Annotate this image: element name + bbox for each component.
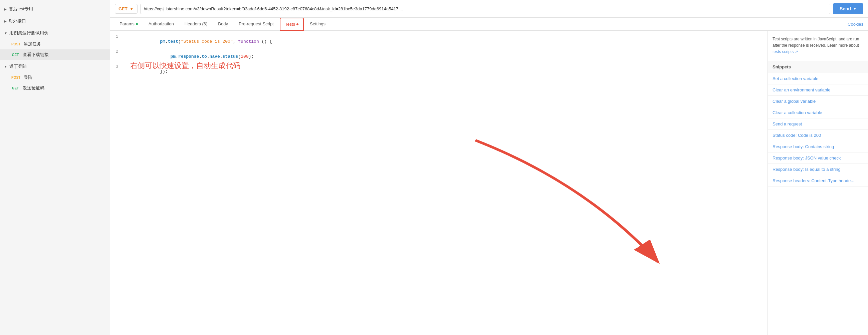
tab-authorization[interactable]: Authorization [144,18,179,30]
method-badge-get-2: GET [10,86,21,91]
tab-headers[interactable]: Headers (6) [180,18,212,30]
tab-settings-label: Settings [310,21,326,26]
snippet-item-2[interactable]: Clear a global variable [768,96,868,107]
arrow-icon-3: ▼ [4,31,7,35]
arrow-icon: ▶ [4,7,7,11]
method-badge-post: POST [10,42,22,46]
method-chevron-icon: ▼ [129,6,134,11]
cookies-label: Cookies [848,22,863,27]
tab-params[interactable]: Params [115,18,143,30]
sidebar-item-add-task[interactable]: POST 添加任务 [0,39,110,49]
snippet-item-5[interactable]: Status code: Code is 200 [768,130,868,141]
sidebar-group-header-1[interactable]: ▶ 售后test专用 [0,3,110,15]
sidebar: ▶ 售后test专用 ▶ 对外接口 ▼ 用例集运行测试用例 POST 添加任务 … [0,0,110,335]
tab-prerequest[interactable]: Pre-request Script [234,18,278,30]
tests-dot [297,23,299,25]
method-label: GET [119,6,127,11]
method-badge-get: GET [10,53,21,57]
snippet-item-7[interactable]: Response body: JSON value check [768,153,868,164]
tab-tests-label: Tests [285,22,295,27]
code-editor[interactable]: 1 pm.test("Status code is 200", function… [110,31,768,335]
main-panel: GET ▼ Send ▼ Params Authorization Header… [110,0,868,335]
sidebar-item-label-send-code: 发送验证码 [23,85,44,91]
tab-settings[interactable]: Settings [305,18,330,30]
annotation-text: 右侧可以快速设置，自动生成代码 [130,61,240,71]
content-area: 1 pm.test("Status code is 200", function… [110,31,868,335]
sidebar-group-label-4: 道丁登陆 [9,63,27,69]
right-info-text: Test scripts are written in JavaScript, … [773,37,859,48]
tabs-bar: Params Authorization Headers (6) Body Pr… [110,18,868,31]
sidebar-group-2: ▶ 对外接口 [0,15,110,27]
snippet-item-0[interactable]: Set a collection variable [768,73,868,85]
send-label: Send [840,6,851,11]
snippet-item-9[interactable]: Response headers: Content-Type heade... [768,175,868,187]
sidebar-group-header-2[interactable]: ▶ 对外接口 [0,15,110,27]
tab-headers-label: Headers (6) [185,21,208,26]
sidebar-item-send-code[interactable]: GET 发送验证码 [0,83,110,93]
code-container: 1 pm.test("Status code is 200", function… [110,31,768,131]
sidebar-item-login[interactable]: POST 登陆 [0,72,110,83]
arrow-icon-2: ▶ [4,19,7,23]
line-content-1: pm.test("Status code is 200", function (… [124,34,768,49]
sidebar-group-4: ▼ 道丁登陆 POST 登陆 GET 发送验证码 [0,61,110,93]
line-number-3: 3 [110,64,124,69]
sidebar-item-label-login: 登陆 [24,74,32,80]
tab-authorization-label: Authorization [149,21,174,26]
snippets-header: Snippets [768,61,868,73]
method-badge-post-2: POST [10,75,22,80]
sidebar-group-header-4[interactable]: ▼ 道丁登陆 [0,61,110,72]
right-info: Test scripts are written in JavaScript, … [768,31,868,61]
editor-wrapper: 1 pm.test("Status code is 200", function… [110,31,768,335]
snippet-item-3[interactable]: Clear a collection variable [768,107,868,119]
sidebar-group-1: ▶ 售后test专用 [0,3,110,15]
sidebar-group-label-2: 对外接口 [9,18,26,24]
sidebar-group-label-3: 用例集运行测试用例 [9,30,49,36]
cookies-link[interactable]: Cookies [848,22,863,27]
url-bar: GET ▼ Send ▼ [110,0,868,18]
snippets-panel: Snippets Set a collection variable Clear… [768,61,868,335]
sidebar-item-label-download-link: 查看下载链接 [23,52,49,58]
snippet-item-4[interactable]: Send a request [768,119,868,130]
snippet-item-6[interactable]: Response body: Contains string [768,141,868,153]
sidebar-item-label-add-task: 添加任务 [24,41,41,47]
right-panel: Test scripts are written in JavaScript, … [768,31,868,335]
params-dot [136,23,138,25]
tab-prerequest-label: Pre-request Script [239,21,274,26]
send-button[interactable]: Send ▼ [833,3,863,14]
arrow-icon-4: ▼ [4,65,7,68]
tab-tests[interactable]: Tests [280,18,304,31]
sidebar-item-download-link[interactable]: GET 查看下载链接 [0,49,110,60]
send-chevron-icon: ▼ [853,7,857,11]
sidebar-group-label-1: 售后test专用 [9,6,33,12]
method-select[interactable]: GET ▼ [115,4,137,14]
snippet-item-1[interactable]: Clear an environment variable [768,85,868,96]
line-number-1: 1 [110,34,124,39]
tab-params-label: Params [120,21,134,26]
tab-body-label: Body [218,21,228,26]
code-line-1: 1 pm.test("Status code is 200", function… [110,34,768,49]
tab-body[interactable]: Body [213,18,233,30]
sidebar-group-header-3[interactable]: ▼ 用例集运行测试用例 [0,27,110,39]
url-input[interactable] [140,4,830,14]
tests-scripts-link[interactable]: tests scripts ↗ [773,49,798,54]
line-number-2: 2 [110,49,124,54]
snippet-item-8[interactable]: Response body: Is equal to a string [768,164,868,175]
sidebar-group-3: ▼ 用例集运行测试用例 POST 添加任务 GET 查看下载链接 [0,27,110,60]
